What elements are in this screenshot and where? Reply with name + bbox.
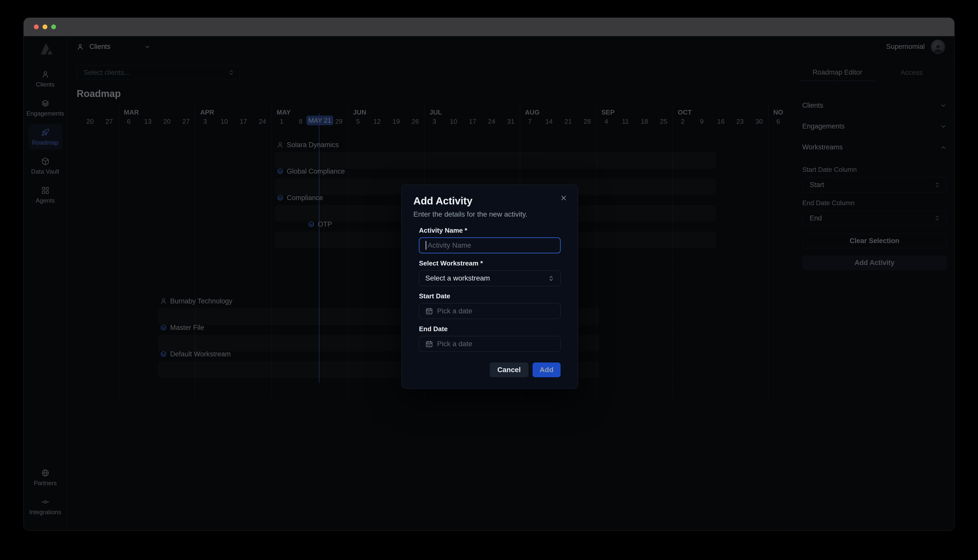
- start-date-placeholder: Pick a date: [437, 307, 472, 315]
- start-date-label: Start Date: [419, 292, 561, 300]
- activity-name-label: Activity Name *: [419, 227, 561, 235]
- window-close-button[interactable]: [34, 25, 39, 29]
- screen: ClientsEngagementsRoadmapData VaultAgent…: [0, 0, 978, 560]
- close-icon[interactable]: [559, 194, 568, 203]
- cancel-button[interactable]: Cancel: [490, 362, 529, 377]
- workstream-select[interactable]: Select a workstream: [419, 270, 561, 286]
- text-caret: [426, 241, 426, 250]
- start-date-input[interactable]: Pick a date: [419, 303, 561, 319]
- add-button[interactable]: Add: [532, 362, 561, 377]
- dialog-description: Enter the details for the new activity.: [413, 210, 566, 218]
- select-workstream-label: Select Workstream *: [419, 259, 561, 267]
- calendar-icon: [426, 340, 433, 348]
- dialog-form: Activity Name * Activity Name Select Wor…: [413, 227, 566, 352]
- end-date-placeholder: Pick a date: [437, 340, 472, 348]
- end-date-input[interactable]: Pick a date: [419, 336, 561, 352]
- window-minimize-button[interactable]: [43, 25, 47, 29]
- unfold-icon: [548, 275, 554, 281]
- workstream-select-value: Select a workstream: [426, 274, 490, 282]
- app-window: ClientsEngagementsRoadmapData VaultAgent…: [23, 18, 955, 531]
- activity-name-placeholder: Activity Name: [427, 241, 471, 250]
- dialog-footer: Cancel Add: [413, 362, 566, 377]
- add-activity-dialog: Add Activity Enter the details for the n…: [401, 185, 578, 389]
- calendar-icon: [426, 307, 433, 315]
- window-titlebar: [24, 18, 954, 36]
- window-zoom-button[interactable]: [51, 25, 56, 29]
- end-date-label: End Date: [419, 325, 561, 333]
- activity-name-input[interactable]: Activity Name: [419, 237, 561, 253]
- dialog-title: Add Activity: [413, 195, 566, 207]
